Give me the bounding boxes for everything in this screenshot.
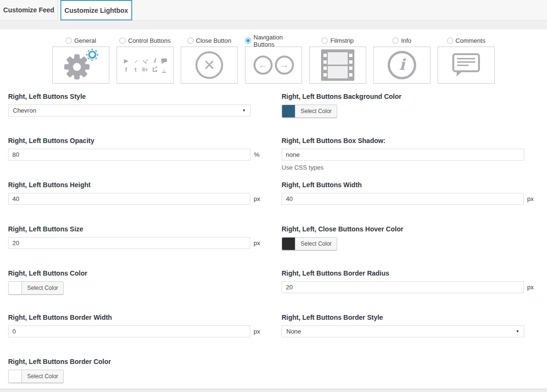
radio-control-buttons-label: Control Buttons (128, 37, 171, 44)
buttons-color-picker-button[interactable]: Select Color (8, 281, 64, 295)
buttons-style-value: Chevron (13, 107, 36, 114)
buttons-height-unit: px (254, 195, 260, 202)
buttons-border-style-value: None (286, 328, 301, 335)
radio-control-buttons[interactable] (119, 38, 126, 44)
buttons-border-radius-unit: px (527, 284, 534, 291)
filmstrip-icon (321, 49, 354, 81)
gears-icon (61, 48, 101, 82)
buttons-height-input[interactable] (8, 193, 250, 205)
buttons-size-input[interactable] (8, 237, 250, 249)
section-general: General (52, 37, 109, 84)
resize-icon: ↔ (132, 57, 140, 65)
field-buttons-opacity: Right, Left Buttons Opacity % (8, 137, 260, 181)
radio-close-button[interactable] (187, 38, 194, 44)
tab-customize-feed[interactable]: Customize Feed (0, 0, 58, 20)
radio-filmstrip-label: Filmstrip (330, 37, 353, 44)
buttons-width-unit: px (527, 195, 534, 202)
buttons-width-input[interactable] (282, 193, 524, 205)
buttons-select-color-label: Select Color (22, 282, 63, 294)
buttons-border-radius-input[interactable] (282, 281, 524, 293)
customize-page: Customize Feed Customize Lightbox Genera… (0, 0, 547, 392)
buttons-box-shadow-input[interactable] (282, 149, 524, 161)
buttons-border-width-unit: px (254, 328, 260, 335)
info-icon-box[interactable]: i (373, 47, 430, 84)
tab-bar: Customize Feed Customize Lightbox (0, 0, 547, 20)
radio-navigation-buttons-label: Navigation Buttons (254, 34, 302, 48)
buttons-size-unit: px (254, 239, 260, 247)
buttons-height-label: Right, Left Buttons Height (8, 181, 260, 189)
comment-icon (161, 58, 167, 62)
navigation-buttons-icon-box[interactable]: ← → (245, 47, 302, 84)
close-circle-icon: × (195, 51, 223, 79)
info-small-icon: i (154, 57, 156, 64)
buttons-opacity-input[interactable] (8, 149, 251, 161)
navigation-arrows-icon: ← → (254, 56, 294, 75)
section-comments: Comments (438, 37, 495, 84)
download-icon: ↓ (162, 67, 166, 73)
hover-color-picker-button[interactable]: Select Color (282, 237, 337, 250)
buttons-color-label: Right, Left Buttons Color (8, 269, 260, 277)
field-buttons-color: Right, Left Buttons Color Select Color (8, 269, 260, 314)
arrow-left-circle-icon: ← (254, 56, 273, 75)
box-shadow-note: Use CSS types (282, 164, 534, 171)
buttons-border-width-input[interactable] (8, 325, 250, 337)
background-color-swatch (282, 105, 295, 117)
comments-icon-box[interactable] (438, 47, 495, 84)
field-buttons-box-shadow: Right, Left Buttons Box Shadow: Use CSS … (282, 137, 534, 181)
buttons-style-select[interactable]: Chevron ▼ (8, 105, 251, 116)
field-buttons-border-color: Right, Left Buttons Border Color Select … (8, 358, 260, 389)
buttons-style-label: Right, Left Buttons Style (8, 93, 260, 100)
buttons-border-style-select[interactable]: None ▼ (282, 325, 524, 337)
buttons-opacity-unit: % (254, 151, 260, 158)
general-icon-box[interactable] (52, 47, 109, 84)
hover-color-swatch (282, 238, 295, 250)
buttons-background-color-label: Right, Left Buttons Background Color (282, 93, 534, 100)
field-buttons-border-radius: Right, Left Buttons Border Radius px (282, 269, 534, 314)
buttons-opacity-label: Right, Left Buttons Opacity (8, 137, 260, 144)
field-buttons-background-color: Right, Left Buttons Background Color Sel… (282, 93, 534, 137)
buttons-border-width-label: Right, Left Buttons Border Width (8, 314, 260, 321)
border-color-picker-button[interactable]: Select Color (8, 370, 64, 383)
section-navigation-buttons: Navigation Buttons ← → (245, 37, 302, 84)
buttons-color-swatch (9, 282, 22, 294)
facebook-icon: f (125, 67, 127, 73)
buttons-hover-color-label: Right, Left, Close Buttons Hover Color (282, 225, 534, 233)
control-buttons-icons: ▶ ↔ ↔ ↔ i f t 8+ ↓ (122, 57, 168, 74)
field-buttons-width: Right, Left Buttons Width px (282, 181, 534, 225)
buttons-box-shadow-label: Right, Left Buttons Box Shadow: (282, 137, 534, 144)
tab-customize-lightbox[interactable]: Customize Lightbox (60, 0, 132, 20)
dropdown-caret-icon: ▼ (516, 329, 519, 334)
section-control-buttons: Control Buttons ▶ ↔ ↔ ↔ i f t 8+ (117, 37, 174, 84)
close-button-icon-box[interactable]: × (181, 47, 238, 84)
buttons-border-color-label: Right, Left Buttons Border Color (8, 358, 260, 365)
field-buttons-border-width: Right, Left Buttons Border Width px (8, 314, 260, 358)
radio-filmstrip[interactable] (322, 38, 328, 44)
field-buttons-height: Right, Left Buttons Height px (8, 181, 260, 225)
control-buttons-icon-box[interactable]: ▶ ↔ ↔ ↔ i f t 8+ ↓ (117, 47, 174, 84)
buttons-border-style-label: Right, Left Buttons Border Style (282, 314, 534, 321)
filmstrip-icon-box[interactable] (309, 47, 366, 84)
section-close-button: Close Button × (181, 37, 238, 84)
radio-general[interactable] (66, 38, 72, 44)
section-filmstrip: Filmstrip (309, 37, 366, 84)
radio-comments-label: Comments (456, 37, 486, 44)
tab-customize-lightbox-label: Customize Lightbox (65, 7, 128, 14)
info-circle-icon: i (388, 51, 416, 79)
googleplus-icon: 8+ (142, 67, 148, 72)
radio-comments[interactable] (447, 38, 453, 44)
twitter-icon: t (135, 67, 137, 73)
fullscreen-icon: ↔ ↔ (142, 57, 148, 64)
buttons-border-radius-label: Right, Left Buttons Border Radius (282, 269, 534, 277)
field-buttons-border-style: Right, Left Buttons Border Style None ▼ (282, 314, 534, 358)
radio-info[interactable] (392, 38, 399, 44)
bottom-divider (0, 389, 547, 392)
hover-select-color-label: Select Color (295, 238, 337, 250)
background-color-picker-button[interactable]: Select Color (282, 105, 337, 118)
border-select-color-label: Select Color (22, 370, 63, 382)
play-icon: ▶ (124, 58, 128, 64)
field-buttons-hover-color: Right, Left, Close Buttons Hover Color S… (282, 225, 534, 269)
radio-navigation-buttons[interactable] (245, 38, 251, 44)
tab-customize-feed-label: Customize Feed (3, 6, 54, 14)
external-link-icon (153, 67, 157, 72)
comments-bubble-icon (452, 53, 480, 72)
